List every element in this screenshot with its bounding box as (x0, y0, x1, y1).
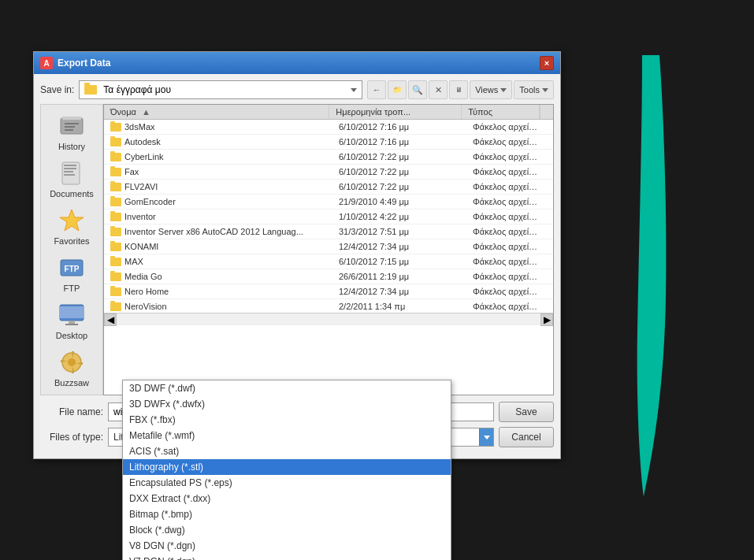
file-date: 2/2/2011 1:34 πμ (332, 301, 466, 312)
table-row[interactable]: 3dsMax 6/10/2012 7:16 μμ Φάκελος αρχείω.… (104, 120, 553, 135)
list-item[interactable]: FBX (*.fbx) (123, 412, 451, 428)
file-date: 31/3/2012 7:51 μμ (332, 226, 466, 237)
list-item[interactable]: V7 DGN (*.dgn) (123, 554, 451, 560)
delete-button[interactable]: ✕ (429, 80, 448, 99)
sidebar-item-ftp[interactable]: FTP FTP (43, 251, 100, 295)
file-date: 12/4/2012 7:34 μμ (332, 286, 466, 297)
views-button[interactable]: Views (470, 80, 512, 99)
file-type: Φάκελος αρχείω... (466, 241, 545, 252)
file-type: Φάκελος αρχείω... (466, 181, 545, 192)
svg-rect-8 (64, 171, 73, 172)
sidebar-item-history[interactable]: History (43, 109, 100, 154)
table-row[interactable]: CyberLink 6/10/2012 7:22 μμ Φάκελος αρχε… (104, 150, 553, 165)
desktop-icon (58, 301, 86, 329)
file-name: MAX (124, 257, 143, 266)
history-icon (58, 112, 86, 140)
table-row[interactable]: Nero Home 12/4/2012 7:34 μμ Φάκελος αρχε… (104, 284, 553, 299)
main-area: History Documents (40, 104, 554, 395)
sort-arrow: ▲ (142, 107, 150, 117)
file-date: 6/10/2012 7:16 μμ (332, 121, 466, 132)
sidebar-item-buzzsaw[interactable]: Buzzsaw (43, 346, 100, 390)
horizontal-scrollbar[interactable]: ◀ ▶ (104, 313, 553, 325)
cancel-button[interactable]: Cancel (499, 427, 554, 447)
blade-decoration (612, 47, 675, 504)
folder-icon (110, 243, 121, 251)
sidebar-item-ftp-label: FTP (64, 284, 80, 293)
col-header-date[interactable]: Ημερομηνία τροπ... (329, 105, 462, 119)
up-folder-button[interactable]: 📁 (388, 80, 407, 99)
col-header-type[interactable]: Τύπος (462, 105, 540, 119)
folder-icon (110, 183, 121, 191)
folder-icon (110, 273, 121, 281)
table-row[interactable]: NeroVision 2/2/2011 1:34 πμ Φάκελος αρχε… (104, 299, 553, 313)
file-type: Φάκελος αρχείω... (466, 121, 545, 132)
save-in-label: Save in: (40, 84, 74, 95)
file-name: 3dsMax (124, 122, 155, 132)
close-button[interactable]: × (540, 56, 554, 70)
list-item[interactable]: 3D DWFx (*.dwfx) (123, 396, 451, 412)
folder-icon (110, 287, 121, 296)
file-type-arrow (479, 428, 493, 446)
table-row[interactable]: Inventor 1/10/2012 4:22 μμ Φάκελος αρχεί… (104, 210, 553, 224)
folder-icon (110, 123, 121, 132)
list-item[interactable]: Metafile (*.wmf) (123, 428, 451, 443)
file-list: 3dsMax 6/10/2012 7:16 μμ Φάκελος αρχείω.… (104, 120, 553, 313)
table-row[interactable]: KONAMI 12/4/2012 7:34 μμ Φάκελος αρχείω.… (104, 239, 553, 254)
documents-icon (58, 159, 86, 187)
save-in-dropdown[interactable]: Τα έγγραφά μου (79, 80, 362, 99)
title-bar: A Export Data × (34, 52, 560, 74)
svg-rect-14 (60, 306, 84, 318)
file-date: 6/10/2012 7:15 μμ (332, 256, 466, 267)
table-row[interactable]: Fax 6/10/2012 7:22 μμ Φάκελος αρχείω... (104, 165, 553, 180)
file-name: GomEncoder (124, 197, 176, 206)
list-item[interactable]: DXX Extract (*.dxx) (123, 491, 451, 506)
svg-rect-7 (64, 168, 76, 169)
search-button[interactable]: 🔍 (408, 80, 427, 99)
file-name: KONAMI (124, 242, 158, 251)
list-item[interactable]: ACIS (*.sat) (123, 443, 451, 459)
list-item[interactable]: Encapsulated PS (*.eps) (123, 475, 451, 491)
table-row[interactable]: MAX 6/10/2012 7:15 μμ Φάκελος αρχείω... (104, 254, 553, 269)
list-item[interactable]: Lithography (*.stl) (123, 459, 451, 475)
svg-rect-16 (65, 324, 78, 325)
file-name: Fax (124, 167, 139, 176)
file-type: Φάκελος αρχείω... (466, 211, 545, 222)
table-row[interactable]: GomEncoder 21/9/2010 4:49 μμ Φάκελος αρχ… (104, 195, 553, 210)
svg-rect-15 (69, 321, 75, 324)
col-header-name[interactable]: Όνομα ▲ (104, 105, 329, 119)
list-item[interactable]: Block (*.dwg) (123, 522, 451, 538)
svg-rect-1 (62, 117, 81, 120)
svg-rect-0 (61, 118, 83, 134)
tools-button[interactable]: Tools (514, 80, 554, 99)
sidebar-item-documents-label: Documents (50, 189, 94, 198)
ftp-icon: FTP (58, 254, 86, 282)
list-item[interactable]: Bitmap (*.bmp) (123, 506, 451, 522)
file-type: Φάκελος αρχείω... (466, 226, 545, 237)
toolbar: ← 📁 🔍 ✕ 🖥 Views Tools (367, 80, 554, 99)
sidebar-item-desktop[interactable]: Desktop (43, 299, 100, 343)
buzzsaw-icon (58, 348, 86, 376)
file-type-dropdown-popup: 3D DWF (*.dwf)3D DWFx (*.dwfx)FBX (*.fbx… (122, 380, 451, 560)
network-button[interactable]: 🖥 (449, 80, 468, 99)
list-item[interactable]: 3D DWF (*.dwf) (123, 380, 451, 396)
list-item[interactable]: V8 DGN (*.dgn) (123, 538, 451, 554)
save-button[interactable]: Save (499, 402, 554, 422)
table-row[interactable]: Media Go 26/6/2011 2:19 μμ Φάκελος αρχεί… (104, 269, 553, 284)
sidebar-item-documents[interactable]: Documents (43, 157, 100, 201)
sidebar-item-favorites[interactable]: Favorites (43, 204, 100, 248)
file-date: 12/4/2012 7:34 μμ (332, 241, 466, 252)
file-type-label: Files of type: (40, 432, 103, 443)
file-name: CyberLink (124, 152, 164, 161)
table-row[interactable]: Autodesk 6/10/2012 7:16 μμ Φάκελος αρχεί… (104, 135, 553, 150)
folder-icon (84, 85, 97, 95)
folder-icon (110, 168, 121, 176)
file-type: Φάκελος αρχείω... (466, 271, 545, 282)
save-in-row: Save in: Τα έγγραφά μου ← 📁 🔍 ✕ 🖥 Views … (40, 80, 554, 99)
table-row[interactable]: FLV2AVI 6/10/2012 7:22 μμ Φάκελος αρχείω… (104, 180, 553, 195)
file-date: 1/10/2012 4:22 μμ (332, 211, 466, 222)
file-name: Nero Home (124, 287, 169, 296)
file-type: Φάκελος αρχείω... (466, 301, 545, 312)
file-type: Φάκελος αρχείω... (466, 151, 545, 162)
table-row[interactable]: Inventor Server x86 AutoCAD 2012 Languag… (104, 224, 553, 239)
back-button[interactable]: ← (367, 80, 386, 99)
